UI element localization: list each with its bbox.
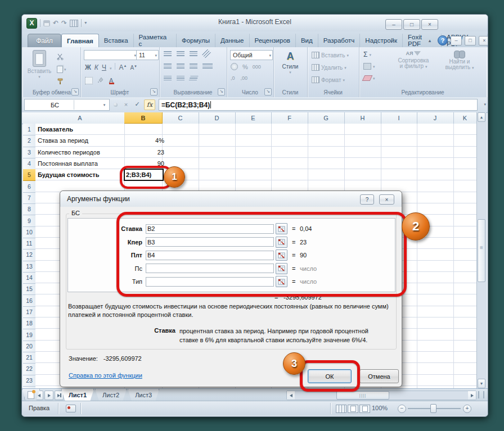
tab-формулы[interactable]: Формулы [177,34,215,47]
zoom-level[interactable]: 100% [372,405,388,411]
decrease-decimal-icon[interactable]: ,00 [241,75,248,81]
workbook-minimize-icon[interactable]: – [451,36,462,46]
cut-button[interactable] [57,52,74,62]
dialog-help-icon[interactable]: ? [360,194,374,205]
format-painter-button[interactable] [57,76,74,87]
dialog-title-bar[interactable]: Аргументы функции [60,191,402,207]
copy-button[interactable]: ▾ [57,64,74,74]
column-header-J[interactable]: J [417,112,454,124]
paste-button[interactable]: Вставить ▾ [26,50,52,78]
help-icon[interactable]: ? [438,35,448,46]
cell-A5[interactable]: Будущая стоимость [35,169,129,180]
dialog-launcher-icon[interactable]: ↘ [218,88,225,96]
align-middle-icon[interactable] [177,51,184,56]
column-header-H[interactable]: H [344,112,381,124]
tab-надстройк[interactable]: Надстройк [360,34,403,47]
align-center-icon[interactable] [177,63,184,69]
cell-B2[interactable]: 4% [124,135,166,146]
name-box[interactable]: БС ▾ [24,99,110,111]
row-header-15[interactable]: 15 [23,283,35,295]
tab-разработч[interactable]: Разработч [318,34,361,47]
collapse-ribbon-icon[interactable]: ▴ [425,37,435,45]
tab-главная[interactable]: Главная [61,34,99,47]
function-help-link[interactable]: Справка по этой функции [69,372,142,379]
align-bottom-icon[interactable] [190,51,197,56]
zoom-in-icon[interactable]: + [463,405,471,413]
row-header-5[interactable]: 5 [23,169,35,181]
row-header-14[interactable]: 14 [23,272,35,284]
row-header-3[interactable]: 3 [23,147,35,158]
workbook-close-icon[interactable]: × [479,36,488,46]
comma-style-button[interactable]: 000 [253,64,261,70]
font-size-combo[interactable]: 11▾ [136,50,159,60]
column-header-F[interactable]: F [271,112,308,124]
row-header-19[interactable]: 19 [23,329,35,341]
row-header-22[interactable]: 22 [23,363,35,375]
cell-A3[interactable]: Количество периодов [35,147,129,158]
sheet-tab-лист3[interactable]: Лист3 [128,389,159,401]
tab-split-handle[interactable] [478,391,484,398]
scroll-up-icon[interactable]: ▲ [478,112,485,122]
column-header-B[interactable]: B [124,112,163,124]
underline-button[interactable]: Ч [102,63,106,71]
row-header-9[interactable]: 9 [23,215,35,226]
cell-A2[interactable]: Ставка за период [35,135,129,146]
cell-A1[interactable]: Показатель [35,124,129,135]
next-sheet-icon[interactable] [44,391,53,400]
row-header-10[interactable]: 10 [23,226,35,238]
clear-button[interactable]: ▾ [363,75,375,81]
row-header-17[interactable]: 17 [23,306,35,318]
fill-color-button[interactable] [97,75,105,85]
italic-button[interactable]: К [94,63,98,71]
tab-file[interactable]: Файл [28,34,61,48]
expand-formula-bar-icon[interactable]: ▾ [484,102,486,107]
delete-cells-button[interactable]: Удалить▾ [312,64,346,71]
sheet-tab-лист1[interactable]: Лист1 [61,389,94,401]
styles-button[interactable]: A Стили ▾ [278,51,303,74]
vertical-scrollbar[interactable]: ▲ ▼ [476,112,486,388]
format-cells-button[interactable]: Формат▾ [312,76,345,83]
align-left-icon[interactable] [164,63,172,69]
row-header-21[interactable]: 21 [23,352,35,364]
column-header-I[interactable]: I [381,112,417,124]
bold-button[interactable]: Ж [85,63,91,71]
align-top-icon[interactable] [164,51,172,56]
row-header-6[interactable]: 6 [23,181,35,193]
column-header-G[interactable]: G [308,112,345,124]
shrink-font-button[interactable]: А▼ [130,65,137,71]
restore-button[interactable]: □ [403,19,420,30]
vertical-scroll-thumb[interactable] [478,219,485,282]
page-break-view-icon[interactable] [359,405,370,413]
cancel-button[interactable]: Отмена [359,369,399,383]
row-header-13[interactable]: 13 [23,261,35,273]
dialog-launcher-icon[interactable]: ↘ [150,88,158,96]
row-header-4[interactable]: 4 [23,158,35,170]
tab-рецензиров[interactable]: Рецензиров [250,34,296,47]
cell-A4[interactable]: Постоянная выплата [35,158,129,169]
row-header-2[interactable]: 2 [23,135,35,147]
scroll-right-icon[interactable] [468,391,476,400]
row-header-12[interactable]: 12 [23,249,35,261]
increase-indent-icon[interactable] [177,76,184,81]
row-header-7[interactable]: 7 [23,192,35,204]
autosum-button[interactable]: Σ▾ [363,51,371,58]
formula-bar-divider-handle[interactable] [114,103,118,107]
orientation-icon[interactable] [202,49,211,58]
dialog-launcher-icon[interactable]: ↘ [264,88,272,96]
row-header-1[interactable]: 1 [23,124,35,135]
decrease-indent-icon[interactable] [164,76,172,81]
page-layout-view-icon[interactable] [348,405,358,413]
sort-filter-button[interactable]: АЯ Сортировка и фильтр ▾ [392,51,435,69]
row-header-16[interactable]: 16 [23,295,35,307]
sheet-tab-лист2[interactable]: Лист2 [95,389,127,401]
increase-decimal-icon[interactable]: ,0 [231,75,235,81]
merge-center-icon[interactable] [202,63,213,69]
insert-cells-button[interactable]: Вставить▾ [312,52,349,58]
column-header-D[interactable]: D [199,112,236,124]
wrap-text-icon[interactable] [188,76,198,81]
normal-view-icon[interactable] [336,405,346,413]
close-button[interactable]: × [421,19,438,30]
row-header-20[interactable]: 20 [23,341,35,352]
align-right-icon[interactable] [190,63,197,69]
font-name-combo[interactable]: ▾ [84,50,138,60]
